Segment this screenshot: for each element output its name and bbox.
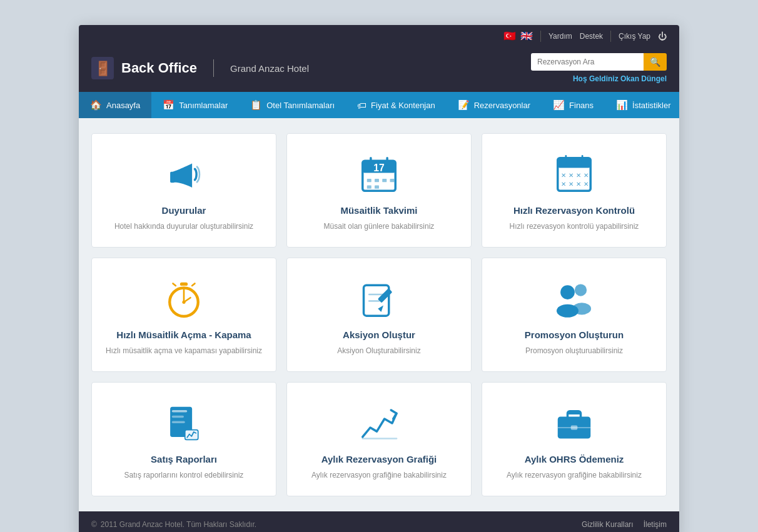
search-input[interactable]	[531, 53, 644, 71]
main-window: 🇹🇷 🇬🇧 Yardım Destek Çıkış Yap ⏻ 🚪 Back O…	[79, 25, 679, 532]
svg-point-29	[182, 301, 185, 304]
card-satis-raporu[interactable]: Satış Raporları Satış raporlarını kontro…	[91, 382, 276, 496]
card-duyurular-desc: Hotel hakkında duyurular oluşturabilirsi…	[114, 221, 253, 232]
svg-text:✕: ✕	[568, 172, 574, 179]
header: 🚪 Back Office Grand Anzac Hotel 🔍 Hoş Ge…	[79, 47, 679, 92]
search-button[interactable]: 🔍	[644, 53, 667, 71]
card-hizli-rezervasyon[interactable]: ✕ ✕ ✕ ✕ ✕ ✕ ✕ ✕ Hızlı Rezervasyon Kontro…	[482, 133, 667, 248]
stopwatch-icon	[162, 277, 206, 321]
yardim-link[interactable]: Yardım	[548, 32, 572, 41]
chart-icon	[357, 401, 401, 445]
main-content: Duyurular Hotel hakkında duyurular oluşt…	[79, 118, 679, 511]
nav-tag-icon: 🏷	[357, 100, 366, 111]
footer-links: Gizlilik Kuralları İletişim	[582, 520, 667, 529]
nav-rezervasyonlar[interactable]: 📝 Rezervasyonlar	[447, 92, 542, 118]
nav-anasayfa-label: Anasayfa	[106, 101, 140, 110]
search-bar: 🔍	[531, 53, 667, 71]
card-aksiyon[interactable]: Aksiyon Oluştur Aksiyon Oluşturabilirsin…	[286, 258, 472, 372]
svg-text:✕: ✕	[576, 181, 581, 188]
svg-marker-37	[378, 306, 383, 313]
svg-rect-43	[172, 410, 188, 413]
svg-rect-2	[170, 172, 174, 183]
contact-link[interactable]: İletişim	[644, 520, 667, 529]
grid-calendar-icon: ✕ ✕ ✕ ✕ ✕ ✕ ✕ ✕	[552, 153, 596, 196]
topbar: 🇹🇷 🇬🇧 Yardım Destek Çıkış Yap ⏻	[79, 25, 679, 47]
svg-point-38	[560, 285, 575, 299]
card-hizli-rez-title: Hızlı Rezervasyon Kontrolü	[513, 205, 635, 216]
brand-text: Back Office	[121, 60, 197, 76]
card-promosyon[interactable]: Promosyon Oluşturun Promosyon oluşturuab…	[482, 258, 667, 372]
svg-rect-11	[390, 179, 395, 182]
topbar-divider1	[540, 31, 541, 42]
svg-rect-44	[172, 416, 184, 418]
nav-anasayfa[interactable]: 🏠 Anasayfa	[79, 92, 151, 118]
svg-rect-36	[378, 288, 393, 303]
card-musaitlik-takvimi[interactable]: 17 Müsaitlik Takvimi Müsait olan günlere…	[286, 133, 472, 248]
brand-area: 🚪 Back Office Grand Anzac Hotel	[91, 57, 309, 79]
report-icon	[162, 401, 206, 445]
nav-home-icon: 🏠	[90, 99, 102, 111]
power-icon[interactable]: ⏻	[658, 31, 667, 41]
megaphone-icon	[162, 153, 206, 196]
brand-divider	[213, 59, 214, 77]
card-satis-title: Satış Raporları	[151, 454, 217, 464]
copyright-icon: ©	[91, 520, 97, 529]
cikis-link[interactable]: Çıkış Yap	[619, 32, 650, 41]
nav-fiyat[interactable]: 🏷 Fiyat & Kontenjan	[346, 92, 447, 118]
nav-istatistikler-label: İstatistikler	[632, 101, 670, 110]
card-aylik-rezervasyon[interactable]: Aylık Rezervasyon Grafiği Aylık rezervas…	[286, 382, 472, 496]
svg-rect-8	[367, 179, 371, 182]
svg-text:✕: ✕	[568, 181, 574, 188]
briefcase-icon	[552, 401, 596, 445]
svg-rect-45	[172, 421, 185, 424]
svg-text:✕: ✕	[561, 172, 566, 179]
flag-en[interactable]: 🇬🇧	[520, 30, 533, 42]
svg-rect-9	[375, 179, 379, 182]
card-ohrs-desc: Aylık rezervasyon grafiğine bakabilirsin…	[507, 469, 642, 481]
card-musaitlik-title: Müsaitlik Takvimi	[340, 205, 417, 216]
svg-line-31	[192, 284, 195, 286]
edit-icon	[357, 277, 401, 321]
flag-tr[interactable]: 🇹🇷	[503, 30, 516, 42]
nav-tanimlamalar-label: Tanımlamalar	[179, 101, 228, 110]
footer-copyright: © 2011 Grand Anzac Hotel. Tüm Hakları Sa…	[91, 520, 256, 529]
svg-rect-15	[558, 158, 591, 168]
card-duyurular-title: Duyurular	[162, 205, 206, 216]
nav-finans[interactable]: 📈 Finans	[542, 92, 605, 118]
card-duyurular[interactable]: Duyurular Hotel hakkında duyurular oluşt…	[91, 133, 276, 248]
username: Okan Düngel	[620, 74, 667, 83]
destek-link[interactable]: Destek	[580, 32, 603, 41]
footer-copy-text: 2011 Grand Anzac Hotel. Tüm Hakları Sakl…	[101, 520, 256, 529]
nav-pie-icon: 📊	[616, 99, 628, 111]
header-right: 🔍 Hoş Geldiniz Okan Düngel	[531, 53, 667, 83]
brand-office: Office	[158, 60, 197, 76]
card-promosyon-desc: Promosyon oluşturuabilirsiniz	[525, 345, 623, 356]
nav-otel-tanimlama[interactable]: 📋 Otel Tanımlamaları	[239, 92, 346, 118]
svg-rect-30	[180, 283, 188, 286]
svg-line-32	[173, 284, 176, 286]
brand-back: Back	[121, 60, 158, 76]
svg-text:✕: ✕	[561, 181, 566, 188]
svg-point-39	[575, 284, 587, 296]
people-icon	[552, 277, 596, 321]
nav-finans-label: Finans	[569, 101, 594, 110]
card-ohrs-title: Aylık OHRS Ödemeniz	[525, 454, 624, 464]
welcome-text: Hoş Geldiniz Okan Düngel	[573, 74, 667, 83]
nav-otel-label: Otel Tanımlamaları	[266, 101, 335, 110]
card-ohrs[interactable]: Aylık OHRS Ödemeniz Aylık rezervasyon gr…	[482, 382, 667, 496]
card-hizli-musaitlik[interactable]: Hızlı Müsaitlik Açma - Kapama Hızlı müsa…	[91, 258, 276, 372]
language-flags: 🇹🇷 🇬🇧	[503, 30, 533, 42]
privacy-link[interactable]: Gizlilik Kuralları	[582, 520, 634, 529]
footer: © 2011 Grand Anzac Hotel. Tüm Hakları Sa…	[79, 511, 679, 532]
card-aylik-rez-title: Aylık Rezervasyon Grafiği	[321, 454, 437, 464]
nav-rezervasyonlar-label: Rezervasyonlar	[474, 101, 530, 110]
svg-text:✕: ✕	[584, 181, 589, 188]
nav-istatistikler[interactable]: 📊 İstatistikler	[605, 92, 679, 118]
calendar-icon: 17	[357, 153, 401, 196]
card-hizli-rez-desc: Hızlı rezevasyon kontrolü yapabilirsiniz	[510, 221, 639, 232]
svg-rect-52	[571, 426, 578, 430]
svg-rect-12	[367, 186, 371, 189]
nav-chart-icon: 📈	[553, 99, 565, 111]
card-hizli-musaitlik-title: Hızlı Müsaitlik Açma - Kapama	[116, 329, 251, 340]
nav-tanimlamalar[interactable]: 📅 Tanımlamalar	[151, 92, 239, 118]
